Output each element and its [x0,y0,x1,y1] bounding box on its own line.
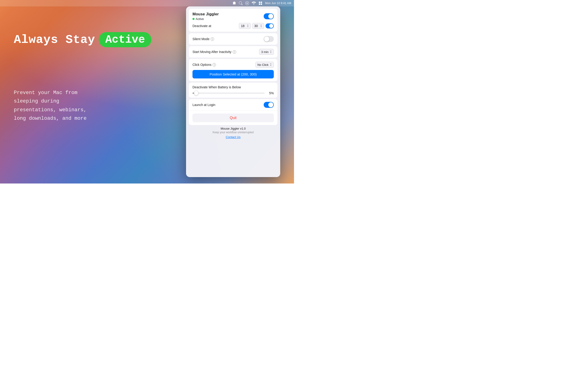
battery-slider-thumb[interactable] [194,91,198,95]
media-icon[interactable] [245,1,249,5]
main-toggle[interactable] [264,13,274,19]
contact-us-link[interactable]: Contact Us [226,135,241,139]
silent-mode-toggle[interactable] [264,36,274,42]
silent-mode-label-group: Silent Mode i [192,37,214,41]
svg-rect-2 [259,3,260,5]
footer-app-name: Mouse Jiggler v1.0 [189,127,277,130]
click-options-label-group: Click Options i [192,63,216,67]
footer-tagline: Keep your workflow uninterrupted [189,131,277,134]
menubar: Mon Jun 10 9:41 AM [0,0,294,6]
hour-arrows: ▲ ▼ [247,24,249,28]
footer-area: Mouse Jiggler v1.0 Keep your workflow un… [189,127,277,139]
launch-label: Launch at Login [192,103,216,107]
deactivate-controls: 18 ▲ ▼ 30 ▲ ▼ [239,23,274,29]
silent-mode-info-icon[interactable]: i [211,37,214,41]
svg-rect-3 [261,3,262,5]
position-button[interactable]: Position Selected at (200, 300) [192,70,274,78]
app-title: Mouse Jiggler [192,12,219,17]
minute-arrows: ▲ ▼ [260,24,262,28]
silent-mode-label: Silent Mode [192,37,209,41]
puzzle-icon[interactable] [233,1,236,5]
app-panel: Mouse Jiggler Active Deactivate at 18 [186,6,280,177]
minute-down-arrow[interactable]: ▼ [260,26,262,28]
click-options-label: Click Options [192,63,211,67]
app-status-row: Active [192,17,219,21]
hour-value: 18 [241,24,245,28]
click-option-arrows: ▲ ▼ [270,63,272,67]
click-option-down[interactable]: ▼ [270,65,272,67]
app-title-group: Mouse Jiggler Active [192,12,219,21]
hour-down-arrow[interactable]: ▼ [247,26,249,28]
start-moving-stepper[interactable]: 3 min ▲ ▼ [259,49,274,55]
hero-section: Always Stay Active Prevent your Mac from… [14,32,151,123]
hero-description: Prevent your Mac from sleeping during pr… [14,89,133,123]
svg-rect-0 [259,2,260,3]
click-options-top-row: Click Options i No Click ▲ ▼ [192,62,274,68]
header-section: Mouse Jiggler Active Deactivate at 18 [189,9,277,32]
status-dot [192,18,195,20]
start-moving-info-icon[interactable]: i [233,50,236,54]
controlcenter-icon[interactable] [259,1,262,5]
slider-container: 5% [192,91,274,95]
menubar-right: Mon Jun 10 9:41 AM [233,1,291,5]
menubar-time: Mon Jun 10 9:41 AM [265,2,291,5]
minute-value: 30 [254,24,258,28]
start-moving-label-group: Start Moving After Inactivity i [192,50,236,54]
launch-toggle[interactable] [264,102,274,108]
click-option-dropdown[interactable]: No Click ▲ ▼ [255,62,274,68]
bottom-area: Launch at Login Quit [189,99,277,125]
click-options-info-icon[interactable]: i [212,63,216,67]
quit-button[interactable]: Quit [192,114,274,122]
main-toggle-knob [268,14,273,19]
start-moving-label: Start Moving After Inactivity [192,50,232,54]
battery-section: Deactivate When Battery is Below 5% [189,83,277,98]
deactivate-label: Deactivate at [192,24,211,28]
status-text: Active [196,17,204,21]
click-option-value: No Click [258,63,268,67]
quit-row: Quit [189,111,277,125]
start-moving-down[interactable]: ▼ [270,52,272,54]
wifi-icon[interactable] [252,2,256,5]
start-moving-arrows: ▲ ▼ [270,50,272,54]
minute-stepper[interactable]: 30 ▲ ▼ [252,23,264,29]
launch-toggle-knob [268,102,273,107]
deactivate-toggle-knob [269,24,273,28]
hero-title: Always Stay Active [14,32,151,47]
silent-mode-row: Silent Mode i [189,33,277,45]
start-moving-value: 3 min [261,50,268,54]
deactivate-row: Deactivate at 18 ▲ ▼ 30 ▲ ▼ [192,23,274,29]
header-row: Mouse Jiggler Active [192,12,274,21]
deactivate-toggle[interactable] [266,23,274,28]
battery-label: Deactivate When Battery is Below [192,85,274,89]
hour-stepper[interactable]: 18 ▲ ▼ [239,23,251,29]
svg-rect-1 [261,2,262,3]
click-options-section: Click Options i No Click ▲ ▼ Position Se… [189,59,277,81]
battery-value: 5% [267,91,274,95]
hero-title-plain: Always Stay [14,33,95,47]
panel-content: Mouse Jiggler Active Deactivate at 18 [186,6,280,177]
search-icon[interactable] [239,1,242,5]
silent-mode-toggle-knob [264,36,269,42]
start-moving-row: Start Moving After Inactivity i 3 min ▲ … [189,46,277,58]
hero-active-badge: Active [99,32,151,47]
start-moving-value-box[interactable]: 3 min ▲ ▼ [259,49,274,55]
launch-row: Launch at Login [189,99,277,111]
battery-slider-track[interactable] [192,93,265,94]
